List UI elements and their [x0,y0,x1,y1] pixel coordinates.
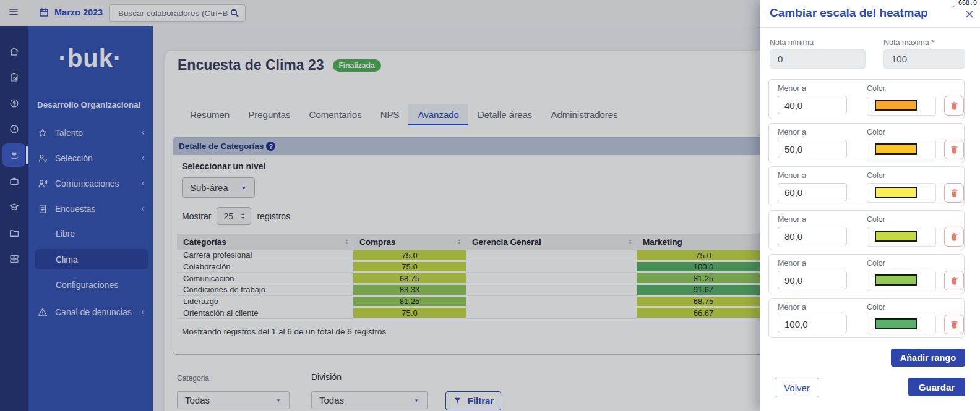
home-icon [9,46,20,57]
range-threshold-input[interactable] [778,183,847,201]
filtrar-button[interactable]: Filtrar [445,391,501,410]
volver-button[interactable]: Volver [775,378,819,397]
rail-item-folder[interactable] [2,221,25,245]
color-label: Color [867,303,885,311]
color-label: Color [867,171,885,180]
help-icon[interactable]: ? [266,142,275,151]
table-footer: Mostrando registros del 1 al 6 de un tot… [182,327,386,336]
range-threshold-input[interactable] [778,96,847,114]
sidebar-item-talento[interactable]: Talento [37,124,147,142]
color-swatch [875,143,917,155]
value-cell-marketing: 100.0 [637,261,770,273]
money-circle-icon [9,98,20,109]
division-filter-label: División [311,372,342,382]
tab-comentarios[interactable]: Comentarios [300,104,371,125]
period-selector[interactable]: Marzo 2023 [38,7,103,18]
guardar-button[interactable]: Guardar [908,378,965,396]
rail-item-clock[interactable] [2,117,25,141]
category-cell: Orientación al cliente [177,307,353,319]
nota-maxima-label: Nota máxima * [883,38,934,47]
hamburger-menu-icon[interactable] [8,6,24,20]
sidebar-item-label: Talento [55,128,83,138]
rail-item-hand-heart[interactable] [2,143,25,167]
add-range-button[interactable]: Añadir rango [891,349,965,367]
show-records-prefix: Mostrar [182,211,211,221]
column-header-gerencia-general[interactable]: Gerencia General [466,234,637,250]
close-icon[interactable] [964,9,976,21]
person-talk-icon [37,178,48,189]
sidebar-item-encuestas[interactable]: Encuestas [37,200,147,218]
delete-range-button[interactable] [944,140,964,159]
buk-logo[interactable]: ·buk· [28,44,153,72]
color-label: Color [867,128,885,137]
sidebar-item-label: Selección [55,153,93,163]
value-cell-gerencia-general [466,250,637,261]
sidebar-item-canal-de-denuncias[interactable]: Canal de denuncias [37,303,147,321]
color-picker-button[interactable] [867,96,936,116]
delete-range-button[interactable] [944,227,964,247]
color-picker-button[interactable] [867,183,936,203]
rail-item-home[interactable] [2,40,25,63]
range-threshold-input[interactable] [778,315,847,333]
delete-range-button[interactable] [944,315,964,334]
heatmap-scale-drawer: 668.0 ms Cambiar escala del heatmap Nota… [760,0,980,411]
tab-administradores[interactable]: Administradores [541,104,627,125]
column-header-categorias[interactable]: Categorías [177,234,353,250]
chevron-left-icon [139,308,147,316]
rail-item-archive[interactable] [2,247,25,271]
menor-a-label: Menor a [778,128,806,137]
trash-icon [950,320,959,329]
range-row: Menor aColor [768,166,965,206]
search-input[interactable] [117,8,229,19]
delete-range-button[interactable] [944,96,964,116]
color-picker-button[interactable] [867,315,936,334]
color-picker-button[interactable] [867,140,936,159]
category-cell: Condiciones de trabajo [177,284,353,296]
page-title: Encuesta de Clima 23 [178,57,324,74]
value-cell-gerencia-general [466,273,637,284]
icon-rail [0,26,28,411]
column-header-marketing[interactable]: Marketing [637,234,770,250]
range-threshold-input[interactable] [778,227,847,245]
trash-icon [950,188,959,198]
trash-icon [950,145,959,155]
rail-item-graduation-cap[interactable] [2,195,25,219]
records-per-page-select[interactable]: 25 [217,207,251,225]
search-icon[interactable] [229,7,240,19]
level-select[interactable]: Sub-área [182,177,255,198]
color-picker-button[interactable] [867,227,936,247]
delete-range-button[interactable] [944,183,964,203]
document-icon [37,203,48,214]
sidebar-subitem-clima[interactable]: Clima [35,249,148,269]
division-filter-select[interactable]: Todas [311,391,428,409]
tab-nps[interactable]: NPS [371,104,409,125]
value-cell-gerencia-general [466,284,637,296]
rail-item-briefcase[interactable] [2,169,25,193]
rail-item-clipboard-clock[interactable] [2,66,25,89]
table-row: Colaboración75.0100.0 [177,261,770,273]
color-swatch [875,231,917,242]
sidebar-subitem-configuraciones[interactable]: Configuraciones [56,276,118,294]
funnel-icon [453,396,462,405]
sidebar-item-seleccion[interactable]: Selección [37,149,147,167]
tab-resumen[interactable]: Resumen [181,104,239,125]
range-row: Menor aColor [768,79,965,119]
table-row: Carrera profesional75.075.0 [177,250,770,261]
tab-detalle-areas[interactable]: Detalle áreas [468,104,541,125]
graduation-cap-icon [9,201,20,213]
range-threshold-input[interactable] [778,140,847,158]
delete-range-button[interactable] [944,271,964,290]
column-header-compras[interactable]: Compras [353,234,466,250]
sidebar-item-comunicaciones[interactable]: Comunicaciones [37,174,147,193]
value-cell-compras: 83.33 [353,284,466,296]
calendar-icon [38,7,49,18]
level-label: Seleccionar un nivel [182,161,265,171]
rail-item-money-circle[interactable] [2,91,25,115]
tab-avanzado[interactable]: Avanzado [408,104,468,125]
sidebar-subitem-libre[interactable]: Libre [56,224,75,243]
categoria-filter-select[interactable]: Todas [177,391,290,409]
color-picker-button[interactable] [867,271,936,290]
table-row: Liderazgo81.2568.75 [177,295,770,307]
tab-preguntas[interactable]: Preguntas [239,104,299,125]
range-threshold-input[interactable] [778,271,847,289]
